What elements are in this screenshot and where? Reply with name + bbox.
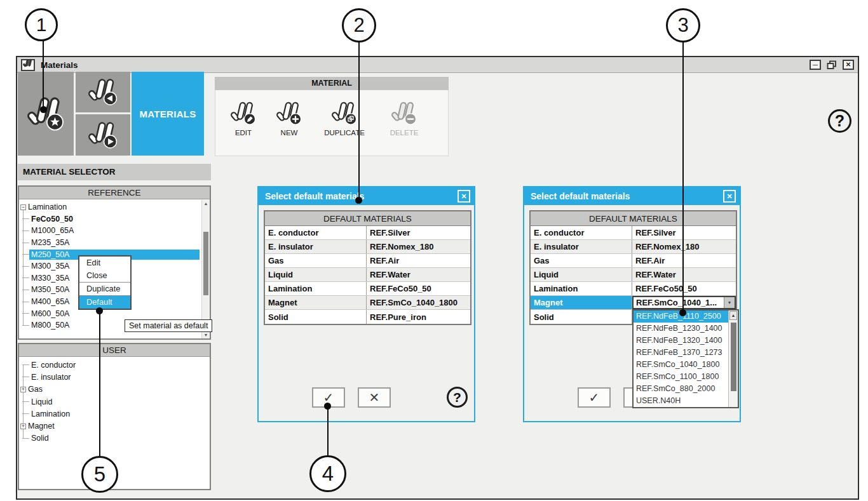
dialog-close-button[interactable]: ✕ [458,190,470,203]
material-value-cell[interactable]: REF.Silver [367,226,470,239]
ribbon-group-body: EDITNEWDUPLICATEDELETE [215,90,449,156]
tree-item-m1000-65a[interactable]: M1000_65A [19,225,210,237]
select-default-materials-dialog-1: Select default materials ✕ DEFAULT MATER… [257,186,475,422]
button-label: DELETE [379,129,429,137]
callout-dot-1 [40,106,47,113]
material-category-cell: Gas [531,254,632,267]
dropdown-option[interactable]: REF.SmCo_1100_1800 [634,371,738,383]
dialog-help-button[interactable]: ? [447,387,468,408]
table-row-magnet[interactable]: MagnetREF.SmCo_1040_1...▼ [531,296,736,310]
tree-item-liquid[interactable]: Liquid [19,396,210,408]
dialog-close-button[interactable]: ✕ [723,190,736,203]
table-row-e-conductor[interactable]: E. conductorREF.Silver [531,226,736,240]
dropdown-option[interactable]: REF.NdFeB_1370_1273 [634,347,738,359]
ribbon-group-title: MATERIAL [215,77,449,90]
dropdown-option[interactable]: REF.SmCo_880_2000 [634,383,738,395]
table-row-magnet[interactable]: MagnetREF.SmCo_1040_1800 [265,296,470,310]
dropdown-option[interactable]: USER.N40H [634,395,738,407]
material-combobox[interactable]: REF.SmCo_1040_1...▼ [632,296,736,309]
tree-item-solid[interactable]: Solid [19,432,210,444]
window-titlebar[interactable]: Materials — ✕ [17,57,858,73]
callout-line-3 [682,41,684,312]
table-row-e-insulator[interactable]: E. insulatorREF.Nomex_180 [531,240,736,254]
material-value-cell[interactable]: REF.SmCo_1040_1800 [367,296,470,309]
dropdown-option[interactable]: REF.NdFeB_1230_1400 [634,323,738,335]
tree-item-e-insulator[interactable]: E. insulator [19,371,210,383]
menu-item-duplicate[interactable]: Duplicate [79,283,130,295]
material-value-cell[interactable]: REF.SmCo_1040_1...▼ [632,296,736,309]
combobox-value: REF.SmCo_1040_1... [634,297,724,308]
tree-item-feco50-50[interactable]: FeCo50_50 [19,213,210,225]
help-button[interactable]: ? [828,109,851,133]
dropdown-option[interactable]: REF.NdFeB_1320_1400 [634,335,738,347]
tree-item-label: M400_65A [29,297,71,307]
material-category-cell: Lamination [531,282,632,295]
dropdown-option[interactable]: REF.SmCo_1040_1800 [634,359,738,371]
material-value-cell[interactable]: REF.Air [367,254,470,267]
table-row-liquid[interactable]: LiquidREF.Water [265,268,470,282]
table-row-solid[interactable]: SolidREF.Pure_iron [265,310,470,324]
callout-dot-3 [679,309,686,316]
table-row-gas[interactable]: GasREF.Air [265,254,470,268]
table-row-lamination[interactable]: LaminationREF.FeCo50_50 [531,282,736,296]
new-material-button[interactable]: NEW [264,98,314,137]
menu-item-default[interactable]: Default [79,296,130,309]
materials-tab-button[interactable]: MATERIALS [132,72,204,156]
expand-icon[interactable]: + [20,387,26,392]
window-controls: — ✕ [804,60,854,70]
button-label: EDIT [219,129,268,137]
material-default-tile-button[interactable] [18,72,74,156]
dialog-titlebar[interactable]: Select default materials ✕ [259,187,474,205]
table-row-e-conductor[interactable]: E. conductorREF.Silver [265,226,470,240]
tree-item-label: M1000_65A [29,225,76,236]
material-value-cell[interactable]: REF.FeCo50_50 [632,282,736,295]
material-value-cell[interactable]: REF.Water [367,268,470,281]
expand-icon[interactable]: + [20,424,26,429]
dropdown-scrollbar[interactable]: ▲ [728,311,738,407]
table-row-liquid[interactable]: LiquidREF.Water [531,268,736,282]
material-value-cell[interactable]: REF.Silver [632,226,736,239]
close-button[interactable]: ✕ [843,60,854,70]
material-value-cell[interactable]: REF.Nomex_180 [367,240,470,253]
material-import-tile-button[interactable] [76,72,130,112]
material-export-tile-button[interactable] [76,114,130,156]
cancel-button[interactable]: ✕ [358,387,391,408]
tree-item-lamination[interactable]: −Lamination [19,201,210,213]
dialog-titlebar[interactable]: Select default materials ✕ [524,187,740,205]
material-value-cell[interactable]: REF.Nomex_180 [632,240,736,253]
material-category-cell: Lamination [265,282,367,295]
scroll-down-icon[interactable]: ▼ [202,333,210,337]
material-value-cell[interactable]: REF.Air [632,254,736,267]
table-row-e-insulator[interactable]: E. insulatorREF.Nomex_180 [265,240,470,254]
menu-item-edit[interactable]: Edit [79,257,130,269]
scroll-up-icon[interactable]: ▲ [729,311,737,320]
collapse-icon[interactable]: − [20,204,26,210]
tree-item-gas[interactable]: +Gas [19,384,210,396]
material-value-cell[interactable]: REF.Pure_iron [367,310,470,324]
restore-button[interactable] [826,60,837,70]
duplicate-material-button[interactable]: DUPLICATE [320,98,369,137]
table-row-gas[interactable]: GasREF.Air [531,254,736,268]
material-category-cell: E. conductor [265,226,367,239]
material-value-cell[interactable]: REF.FeCo50_50 [367,282,470,295]
scrollbar-thumb[interactable] [203,232,208,295]
tree-item-magnet[interactable]: +Magnet [19,420,210,432]
reference-panel-header: REFERENCE [19,187,210,199]
callout-dot-4 [324,403,331,410]
chevron-down-icon[interactable]: ▼ [724,297,735,308]
tree-item-label: M800_50A [29,320,71,330]
menu-item-close[interactable]: Close [79,269,130,282]
minimize-button[interactable]: — [810,60,821,70]
edit-material-button[interactable]: EDIT [219,98,268,137]
scrollbar-thumb[interactable] [731,323,736,391]
tree-item-m235-35a[interactable]: M235_35A [19,237,210,249]
material-new-icon [264,98,314,127]
tree-item-lamination[interactable]: Lamination [19,408,210,420]
tree-item-e-conductor[interactable]: E. conductor [19,359,210,371]
reference-scrollbar[interactable]: ▲ ▼ [201,200,210,338]
context-menu: EditCloseDuplicateDefault [78,255,132,310]
material-value-cell[interactable]: REF.Water [632,268,736,281]
ok-button[interactable]: ✓ [578,387,611,408]
scroll-up-icon[interactable]: ▲ [202,201,210,206]
table-row-lamination[interactable]: LaminationREF.FeCo50_50 [265,282,470,296]
